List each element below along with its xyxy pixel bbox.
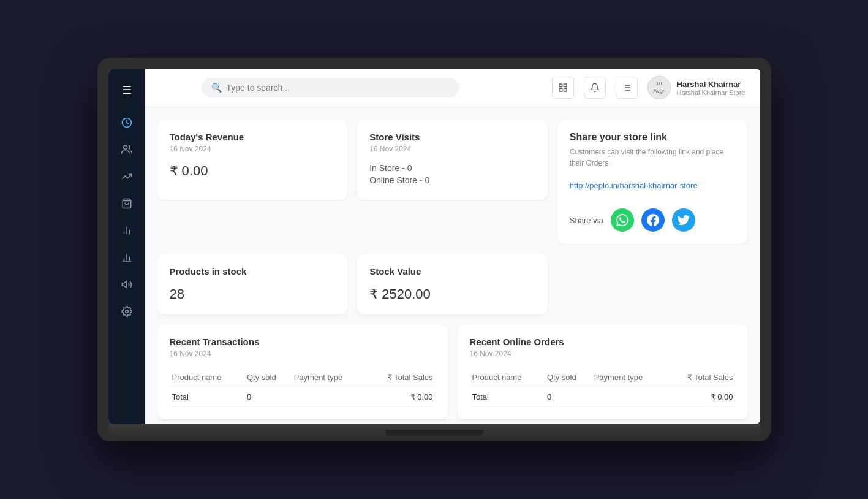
svg-rect-12 [559, 84, 562, 87]
search-icon: 🔍 [211, 83, 222, 93]
sidebar-item-users[interactable] [116, 139, 138, 161]
online-store-value: Online Store - 0 [369, 175, 535, 185]
notification-button[interactable] [584, 77, 606, 99]
laptop-screen: ☰ [108, 69, 760, 424]
revenue-date: 16 Nov 2024 [170, 145, 336, 153]
avatar: 10Avgr [647, 76, 671, 99]
share-store-card: Share your store link Customers can visi… [557, 120, 748, 244]
products-in-stock-title: Products in stock [170, 266, 336, 276]
recent-online-orders-card: Recent Online Orders 16 Nov 2024 Product… [458, 324, 748, 419]
row-total: ₹ 0.00 [365, 387, 435, 407]
svg-rect-14 [559, 88, 562, 91]
user-store: Harshal Khairnar Store [677, 89, 745, 96]
share-store-title: Share your store link [570, 132, 736, 143]
row-product-2: Total [470, 387, 545, 407]
cards-row-1: Today's Revenue 16 Nov 2024 ₹ 0.00 Store… [157, 120, 748, 244]
svg-point-1 [123, 145, 127, 149]
table-row: Total 0 ₹ 0.00 [170, 387, 436, 407]
row-qty: 0 [244, 387, 292, 407]
sidebar-item-reports[interactable] [116, 246, 138, 269]
sidebar-item-marketing[interactable] [116, 273, 138, 295]
revenue-title: Today's Revenue [170, 132, 336, 142]
in-store-value: In Store - 0 [369, 163, 535, 173]
sidebar-item-dashboard[interactable] [116, 112, 138, 134]
table-row: Total 0 ₹ 0.00 [470, 387, 736, 407]
stock-value-value: ₹ 2520.00 [369, 286, 535, 302]
search-input[interactable] [227, 83, 449, 93]
cards-row-2: Products in stock 28 Stock Value ₹ 2520.… [157, 254, 748, 314]
content-area: Today's Revenue 16 Nov 2024 ₹ 0.00 Store… [145, 107, 760, 424]
sidebar-item-analytics[interactable] [116, 219, 138, 242]
share-row: Share via [570, 208, 736, 232]
col-qty-sold: Qty sold [244, 368, 292, 387]
footer: Copyright © 2024. All right reserved. [157, 419, 748, 424]
row-payment [292, 387, 366, 407]
stock-value-title: Stock Value [369, 266, 535, 276]
main-content: 🔍 10Avgr [145, 69, 760, 424]
svg-rect-13 [564, 84, 567, 87]
products-in-stock-value: 28 [170, 286, 336, 302]
recent-transactions-date: 16 Nov 2024 [170, 349, 436, 358]
share-label: Share via [570, 216, 603, 225]
col-total-sales-2: ₹ Total Sales [665, 368, 735, 387]
recent-transactions-title: Recent Transactions [170, 337, 436, 347]
laptop-notch-bottom [385, 430, 483, 436]
recent-transactions-table: Product name Qty sold Payment type ₹ Tot… [170, 368, 436, 407]
facebook-share-button[interactable] [641, 208, 665, 232]
list-button[interactable] [616, 77, 638, 99]
laptop-base [108, 424, 760, 441]
svg-point-11 [125, 310, 128, 313]
store-visits-card: Store Visits 16 Nov 2024 In Store - 0 On… [357, 120, 548, 200]
sidebar-item-settings[interactable] [116, 300, 138, 322]
sidebar-item-trends[interactable] [116, 166, 138, 188]
sidebar: ☰ [108, 69, 145, 424]
revenue-card: Today's Revenue 16 Nov 2024 ₹ 0.00 [157, 120, 348, 200]
col-total-sales: ₹ Total Sales [365, 368, 435, 387]
sidebar-item-orders[interactable] [116, 192, 138, 215]
laptop-frame: ☰ [97, 58, 771, 441]
store-url-link[interactable]: http://peplo.in/harshal-khairnar-store [570, 181, 736, 190]
store-visits-date: 16 Nov 2024 [369, 145, 535, 153]
svg-rect-15 [564, 88, 567, 91]
row-total-2: ₹ 0.00 [665, 387, 735, 407]
row-payment-2 [592, 387, 666, 407]
menu-button[interactable]: ☰ [117, 78, 137, 102]
row-qty-2: 0 [545, 387, 592, 407]
col-qty-sold-2: Qty sold [545, 368, 592, 387]
row-product: Total [170, 387, 244, 407]
search-bar[interactable]: 🔍 [202, 78, 459, 97]
col-payment-type: Payment type [292, 368, 366, 387]
revenue-value: ₹ 0.00 [170, 163, 336, 179]
col-product-name: Product name [170, 368, 244, 387]
recent-transactions-card: Recent Transactions 16 Nov 2024 Product … [157, 324, 448, 419]
user-name: Harshal Khairnar [677, 80, 745, 89]
header: 🔍 10Avgr [145, 69, 760, 107]
twitter-share-button[interactable] [672, 208, 695, 232]
recent-online-orders-date: 16 Nov 2024 [470, 349, 736, 358]
tables-row: Recent Transactions 16 Nov 2024 Product … [157, 324, 748, 419]
stock-value-card: Stock Value ₹ 2520.00 [357, 254, 548, 314]
store-visits-title: Store Visits [369, 132, 535, 142]
placeholder-col [557, 254, 748, 314]
grid-view-button[interactable] [552, 77, 574, 99]
products-in-stock-card: Products in stock 28 [157, 254, 348, 314]
col-product-name-2: Product name [470, 368, 545, 387]
svg-marker-10 [122, 281, 126, 288]
col-payment-type-2: Payment type [592, 368, 666, 387]
share-store-desc: Customers can visit the following link a… [570, 147, 736, 169]
recent-online-orders-title: Recent Online Orders [470, 337, 736, 347]
user-info: Harshal Khairnar Harshal Khairnar Store [677, 80, 745, 96]
user-profile[interactable]: 10Avgr Harshal Khairnar Harshal Khairnar… [647, 76, 745, 99]
whatsapp-share-button[interactable] [611, 208, 634, 232]
recent-online-orders-table: Product name Qty sold Payment type ₹ Tot… [470, 368, 736, 407]
header-icons: 10Avgr Harshal Khairnar Harshal Khairnar… [552, 76, 745, 99]
